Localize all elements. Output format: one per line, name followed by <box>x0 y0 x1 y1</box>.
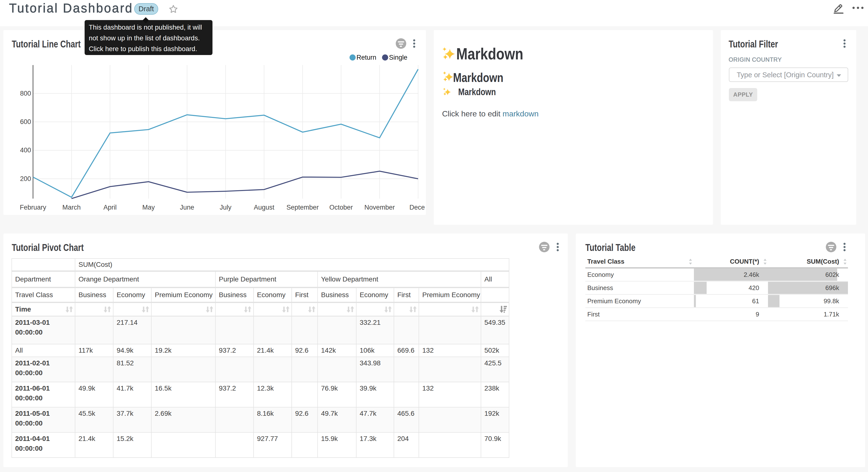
svg-text:March: March <box>62 204 81 211</box>
svg-text:February: February <box>20 204 46 211</box>
svg-text:800: 800 <box>20 90 31 97</box>
svg-text:May: May <box>142 204 155 211</box>
svg-text:June: June <box>180 204 194 211</box>
svg-text:July: July <box>220 204 231 211</box>
svg-text:200: 200 <box>20 175 31 182</box>
svg-text:Single: Single <box>389 54 407 61</box>
svg-text:Return: Return <box>356 54 376 61</box>
svg-text:600: 600 <box>20 118 31 125</box>
svg-text:April: April <box>103 204 117 211</box>
svg-text:400: 400 <box>20 147 31 154</box>
svg-text:Dece: Dece <box>409 204 425 211</box>
svg-text:November: November <box>364 204 395 211</box>
svg-text:August: August <box>254 204 275 211</box>
svg-text:October: October <box>329 204 353 211</box>
svg-text:September: September <box>286 204 319 211</box>
